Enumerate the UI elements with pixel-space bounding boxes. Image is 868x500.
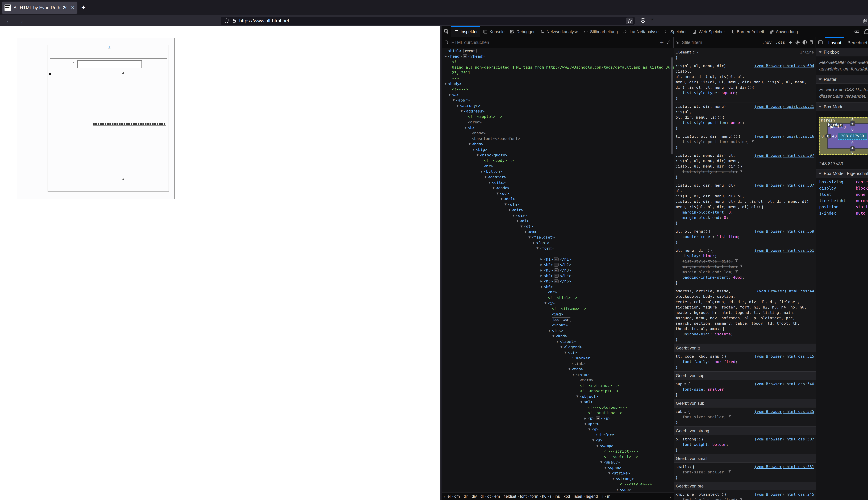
property-name[interactable]: margin-block-end: [683, 215, 719, 220]
back-button[interactable]: ←: [5, 17, 12, 24]
property-value[interactable]: smaller: [708, 470, 724, 474]
selector-highlighter-icon[interactable]: [736, 165, 739, 168]
devtools-tab-laufzeitanalyse[interactable]: Laufzeitanalyse: [620, 26, 661, 37]
rule-selector-line[interactable]: Element{: [675, 49, 814, 55]
box-model-content[interactable]: 208.817×39: [838, 133, 867, 139]
css-rule[interactable]: (vom Browser) html.css:540sup{font-size:…: [674, 380, 816, 399]
tree-row-bdo[interactable]: ▼<bdo>: [442, 141, 674, 147]
collapsed-content-icon[interactable]: ⋯: [554, 263, 559, 267]
twisty-icon[interactable]: ▼: [543, 302, 548, 305]
twisty-icon[interactable]: ▼: [579, 400, 584, 404]
expand-panel-icon[interactable]: [816, 37, 825, 48]
stylesheet-link[interactable]: (vom Browser) html.css:515: [754, 354, 814, 359]
overridden-filter-icon[interactable]: [728, 469, 732, 475]
property-value[interactable]: 1em: [724, 270, 731, 274]
devtools-tab-inspektor[interactable]: Inspektor: [452, 26, 480, 37]
tree-row-font[interactable]: ▼<font>: [442, 240, 674, 246]
breadcrumb-scroll-left-icon[interactable]: ‹: [443, 494, 446, 499]
stylesheet-link[interactable]: (vom Browser) html.css:587: [754, 183, 814, 188]
tree-row-[interactable]: -->: [442, 76, 674, 81]
twisty-icon[interactable]: ▼: [463, 126, 468, 129]
twisty-icon[interactable]: ▼: [491, 186, 496, 190]
property-name[interactable]: counter-reset: [683, 235, 712, 239]
twisty-icon[interactable]: ▼: [471, 148, 476, 151]
property-name[interactable]: list-style-position: [683, 139, 726, 144]
tree-row-strong[interactable]: ▼<strong>: [442, 476, 674, 481]
tree-row-small[interactable]: ▼<small>: [442, 459, 674, 465]
rule-selector-line[interactable]: figcaption, figure, footer, form, h1, h2…: [675, 305, 814, 310]
tree-row-input[interactable]: <input>: [442, 322, 674, 328]
css-rule[interactable]: (vom Browser) html.css:535sub{font-size:…: [674, 408, 816, 427]
tree-row-strike[interactable]: ▼<strike>: [442, 470, 674, 476]
tree-row-style[interactable]: <!--<style>-->: [442, 481, 674, 487]
browser-tab[interactable]: All HTML by Evan Roth, 2011 ✕: [2, 2, 77, 14]
breadcrumb-item-legend[interactable]: legend: [585, 494, 599, 499]
devtools-tab-debugger[interactable]: Debugger: [507, 26, 537, 37]
event-badge[interactable]: event: [463, 49, 476, 53]
breadcrumb-item-el[interactable]: el: [446, 494, 452, 499]
tree-row-legend[interactable]: ▼<legend>: [442, 344, 674, 350]
css-rule[interactable]: (vom Browser) html.css:507b, strong{font…: [674, 435, 816, 454]
bookmark-star-button[interactable]: [626, 18, 633, 24]
selector-highlighter-icon[interactable]: [734, 135, 736, 138]
extension-asterisk-icon[interactable]: *: [651, 18, 654, 23]
breadcrumb-item-fieldset[interactable]: fieldset: [502, 494, 517, 499]
selector-highlighter-icon[interactable]: [757, 206, 760, 208]
css-rule[interactable]: (vom Browser) quirk.css:16li :is(ul, ol,…: [674, 132, 816, 151]
whitespace-badge[interactable]: Leerraum: [552, 317, 571, 322]
lock-icon[interactable]: [232, 18, 237, 23]
rule-selector-line[interactable]: menu, :is(ul, ol, dir, menu, dl) dl{: [675, 204, 814, 209]
property-name[interactable]: list-style-type: [683, 91, 717, 95]
pseudo-hov-button[interactable]: :hov: [761, 40, 773, 45]
tree-row-p[interactable]: ▶<p>⋯</p>: [442, 416, 674, 421]
breadcrumb-item-i[interactable]: i: [549, 494, 552, 499]
responsive-mode-icon[interactable]: [864, 29, 868, 34]
tree-row-button[interactable]: ▼<button>: [442, 169, 674, 174]
twisty-icon[interactable]: ▶: [539, 280, 544, 283]
devtools-tab-barrierefreiheit[interactable]: Barrierefreiheit: [728, 26, 767, 37]
tree-row-i[interactable]: ▼<i>: [442, 300, 674, 306]
stylesheet-link[interactable]: (vom Browser) quirk.css:21: [754, 104, 814, 109]
breadcrumb-item-label[interactable]: label: [572, 494, 583, 499]
selector-highlighter-icon[interactable]: [718, 328, 720, 330]
stylesheet-link[interactable]: (vom Browser) html.css:531: [754, 464, 814, 469]
tree-row-em[interactable]: ▼<em>: [442, 229, 674, 235]
twisty-icon[interactable]: ▼: [515, 219, 520, 223]
overridden-filter-icon[interactable]: [735, 269, 739, 275]
property-name[interactable]: font-size: [683, 470, 703, 474]
property-value[interactable]: block: [703, 254, 715, 258]
selector-highlighter-icon[interactable]: [721, 493, 723, 496]
property-name[interactable]: unicode-bidi: [683, 332, 710, 336]
twisty-icon[interactable]: ▼: [555, 340, 560, 343]
breadcrumb-item-h6[interactable]: h6: [541, 494, 548, 499]
css-declaration[interactable]: font-family: -moz-fixed;: [675, 359, 814, 364]
property-value[interactable]: 0: [728, 210, 731, 214]
collapsed-content-icon[interactable]: ⋯: [554, 257, 559, 261]
rule-selector-line[interactable]: thead, tr, ul, xmp{: [675, 326, 814, 331]
border-top-value[interactable]: 0: [849, 121, 855, 126]
grid-section-header[interactable]: Raster: [816, 75, 868, 84]
twisty-icon[interactable]: ▶: [539, 263, 544, 266]
new-tab-button[interactable]: +: [81, 3, 86, 12]
tab-close-icon[interactable]: ✕: [69, 5, 75, 10]
rule-selector-line[interactable]: center, col, colgroup, dd, dir, div, dl,…: [675, 299, 814, 305]
property-name[interactable]: display: [683, 254, 699, 258]
shield-icon[interactable]: [224, 18, 229, 23]
tree-row-meta[interactable]: <meta>: [442, 377, 674, 383]
padding-top-value[interactable]: 0: [851, 127, 854, 132]
boxmodel-property-line-height[interactable]: line-heightnormal: [816, 197, 868, 204]
tree-row-a[interactable]: ▼<a>: [442, 92, 674, 98]
pseudo-cls-button[interactable]: .cls: [774, 40, 786, 45]
css-rule[interactable]: (vom Browser) html.css:531small{font-siz…: [674, 463, 816, 482]
property-value[interactable]: list-item: [717, 235, 738, 239]
tree-row-br[interactable]: <br>: [442, 163, 674, 169]
url-text[interactable]: https://www.all-html.net: [239, 18, 623, 24]
overridden-filter-icon[interactable]: [739, 264, 743, 269]
sidebar-tab-layout[interactable]: Layout: [825, 37, 844, 48]
tree-row-select[interactable]: <!--<select>-->: [442, 454, 674, 459]
property-value[interactable]: disc: [721, 259, 731, 263]
breadcrumb-item-font[interactable]: font: [519, 494, 528, 499]
tree-row-applet[interactable]: <!--<applet>-->: [442, 114, 674, 120]
property-value[interactable]: unset: [731, 121, 742, 125]
tree-row-noscript[interactable]: <!--<noscript>-->: [442, 388, 674, 394]
